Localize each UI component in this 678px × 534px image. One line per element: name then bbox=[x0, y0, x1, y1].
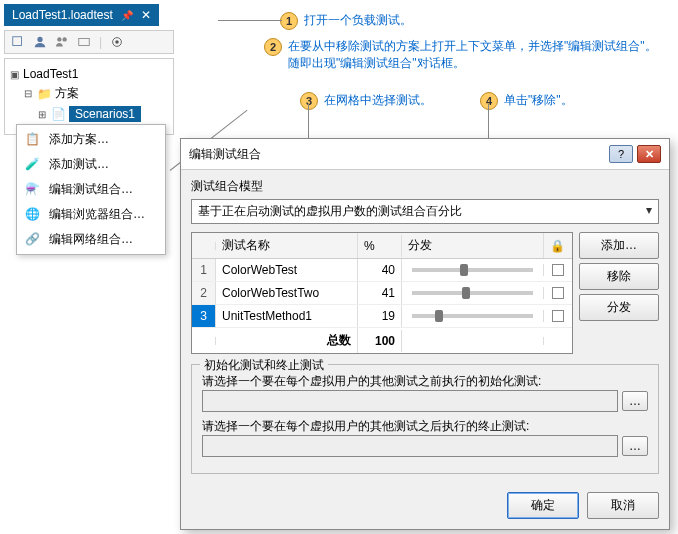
tab-title: LoadTest1.loadtest bbox=[12, 8, 113, 22]
distribute-button[interactable]: 分发 bbox=[579, 294, 659, 321]
browser-icon: 🌐 bbox=[25, 207, 41, 223]
total-value: 100 bbox=[358, 330, 402, 352]
callout-number: 3 bbox=[300, 92, 318, 110]
init-test-input[interactable] bbox=[202, 390, 618, 412]
dialog-titlebar[interactable]: 编辑测试组合 ? ✕ bbox=[181, 139, 669, 170]
cell-slider[interactable] bbox=[402, 310, 544, 322]
menu-edit-browser-mix[interactable]: 🌐 编辑浏览器组合… bbox=[17, 202, 165, 227]
user-icon[interactable] bbox=[33, 35, 47, 49]
tree-label: 方案 bbox=[55, 85, 79, 102]
tree-node-scenario1[interactable]: ⊞ 📄 Scenarios1 bbox=[9, 104, 169, 124]
svg-rect-0 bbox=[13, 37, 22, 46]
term-test-input[interactable] bbox=[202, 435, 618, 457]
cell-percent[interactable]: 40 bbox=[358, 259, 402, 281]
expander-icon[interactable]: ▣ bbox=[9, 69, 19, 80]
callout-2: 2 在要从中移除测试的方案上打开上下文菜单，并选择"编辑测试组合"。 随即出现"… bbox=[264, 38, 664, 72]
svg-point-3 bbox=[62, 37, 66, 41]
cell-test-name: ColorWebTestTwo bbox=[216, 282, 358, 304]
callout-text: 打开一个负载测试。 bbox=[304, 12, 412, 29]
col-distribute: 分发 bbox=[402, 233, 544, 258]
tree-root[interactable]: ▣ LoadTest1 bbox=[9, 65, 169, 83]
cancel-button[interactable]: 取消 bbox=[587, 492, 659, 519]
scenario-icon: 📄 bbox=[51, 107, 65, 121]
callout-4: 4 单击"移除"。 bbox=[480, 92, 573, 110]
term-label: 请选择一个要在每个虚拟用户的其他测试之后执行的终止测试: bbox=[202, 418, 648, 435]
menu-label: 编辑浏览器组合… bbox=[49, 206, 145, 223]
context-menu: 📋 添加方案… 🧪 添加测试… ⚗️ 编辑测试组合… 🌐 编辑浏览器组合… 🔗 … bbox=[16, 124, 166, 255]
dialog-title: 编辑测试组合 bbox=[189, 146, 261, 163]
test-mix-grid: 测试名称 % 分发 🔒 1ColorWebTest402ColorWebTest… bbox=[191, 232, 573, 354]
close-tab-icon[interactable]: ✕ bbox=[141, 8, 151, 22]
edit-test-mix-dialog: 编辑测试组合 ? ✕ 测试组合模型 基于正在启动测试的虚拟用户数的测试组合百分比… bbox=[180, 138, 670, 530]
menu-label: 编辑测试组合… bbox=[49, 181, 133, 198]
tree-label: LoadTest1 bbox=[23, 67, 78, 81]
callout-1: 1 打开一个负载测试。 bbox=[280, 12, 412, 30]
svg-point-2 bbox=[57, 37, 61, 41]
combo-value: 基于正在启动测试的虚拟用户数的测试组合百分比 bbox=[198, 204, 462, 218]
browse-term-button[interactable]: … bbox=[622, 436, 648, 456]
menu-edit-network-mix[interactable]: 🔗 编辑网络组合… bbox=[17, 227, 165, 252]
callout-number: 1 bbox=[280, 12, 298, 30]
network-icon: 🔗 bbox=[25, 232, 41, 248]
remove-button[interactable]: 移除 bbox=[579, 263, 659, 290]
callout-number: 4 bbox=[480, 92, 498, 110]
cell-test-name: ColorWebTest bbox=[216, 259, 358, 281]
callout-3: 3 在网格中选择测试。 bbox=[300, 92, 432, 110]
add-scenario-icon[interactable] bbox=[11, 35, 25, 49]
row-number: 3 bbox=[192, 305, 216, 327]
ok-button[interactable]: 确定 bbox=[507, 492, 579, 519]
table-row[interactable]: 2ColorWebTestTwo41 bbox=[192, 282, 572, 305]
browse-init-button[interactable]: … bbox=[622, 391, 648, 411]
init-term-group: 初始化测试和终止测试 请选择一个要在每个虚拟用户的其他测试之前执行的初始化测试:… bbox=[191, 364, 659, 474]
users-icon[interactable] bbox=[55, 35, 69, 49]
svg-point-1 bbox=[37, 37, 42, 42]
folder-icon: 📁 bbox=[37, 87, 51, 101]
expander-icon[interactable]: ⊞ bbox=[37, 109, 47, 120]
add-test-icon: 🧪 bbox=[25, 157, 41, 173]
add-button[interactable]: 添加… bbox=[579, 232, 659, 259]
cell-test-name: UnitTestMethod1 bbox=[216, 305, 358, 327]
cell-percent[interactable]: 41 bbox=[358, 282, 402, 304]
close-button[interactable]: ✕ bbox=[637, 145, 661, 163]
col-percent: % bbox=[358, 235, 402, 257]
cell-lock[interactable] bbox=[544, 306, 572, 326]
menu-label: 添加测试… bbox=[49, 156, 109, 173]
cell-slider[interactable] bbox=[402, 287, 544, 299]
group-title: 初始化测试和终止测试 bbox=[200, 357, 328, 374]
help-button[interactable]: ? bbox=[609, 145, 633, 163]
callout-number: 2 bbox=[264, 38, 282, 56]
cell-percent[interactable]: 19 bbox=[358, 305, 402, 327]
menu-label: 编辑网络组合… bbox=[49, 231, 133, 248]
cell-lock[interactable] bbox=[544, 260, 572, 280]
pin-icon[interactable]: 📌 bbox=[121, 10, 133, 21]
svg-rect-4 bbox=[79, 39, 90, 46]
menu-add-scenario[interactable]: 📋 添加方案… bbox=[17, 127, 165, 152]
tree-toolbar: | bbox=[4, 30, 174, 54]
tree-label-selected: Scenarios1 bbox=[69, 106, 141, 122]
callout-text: 在网格中选择测试。 bbox=[324, 92, 432, 109]
add-scenario-icon: 📋 bbox=[25, 132, 41, 148]
cell-slider[interactable] bbox=[402, 264, 544, 276]
document-tab[interactable]: LoadTest1.loadtest 📌 ✕ bbox=[4, 4, 159, 26]
callout-text: 在要从中移除测试的方案上打开上下文菜单，并选择"编辑测试组合"。 随即出现"编辑… bbox=[288, 38, 657, 72]
col-lock: 🔒 bbox=[544, 235, 572, 257]
settings-icon[interactable] bbox=[110, 35, 124, 49]
menu-edit-test-mix[interactable]: ⚗️ 编辑测试组合… bbox=[17, 177, 165, 202]
counter-icon[interactable] bbox=[77, 35, 91, 49]
menu-label: 添加方案… bbox=[49, 131, 109, 148]
model-combo[interactable]: 基于正在启动测试的虚拟用户数的测试组合百分比 bbox=[191, 199, 659, 224]
svg-point-6 bbox=[115, 40, 119, 44]
cell-lock[interactable] bbox=[544, 283, 572, 303]
menu-add-test[interactable]: 🧪 添加测试… bbox=[17, 152, 165, 177]
model-label: 测试组合模型 bbox=[191, 178, 659, 195]
init-label: 请选择一个要在每个虚拟用户的其他测试之前执行的初始化测试: bbox=[202, 373, 648, 390]
callout-text: 单击"移除"。 bbox=[504, 92, 573, 109]
expander-icon[interactable]: ⊟ bbox=[23, 88, 33, 99]
tree-folder-scenarios[interactable]: ⊟ 📁 方案 bbox=[9, 83, 169, 104]
row-number: 2 bbox=[192, 282, 216, 304]
table-row[interactable]: 1ColorWebTest40 bbox=[192, 259, 572, 282]
total-label: 总数 bbox=[216, 328, 358, 353]
table-row[interactable]: 3UnitTestMethod119 bbox=[192, 305, 572, 328]
row-number: 1 bbox=[192, 259, 216, 281]
col-test-name: 测试名称 bbox=[216, 233, 358, 258]
